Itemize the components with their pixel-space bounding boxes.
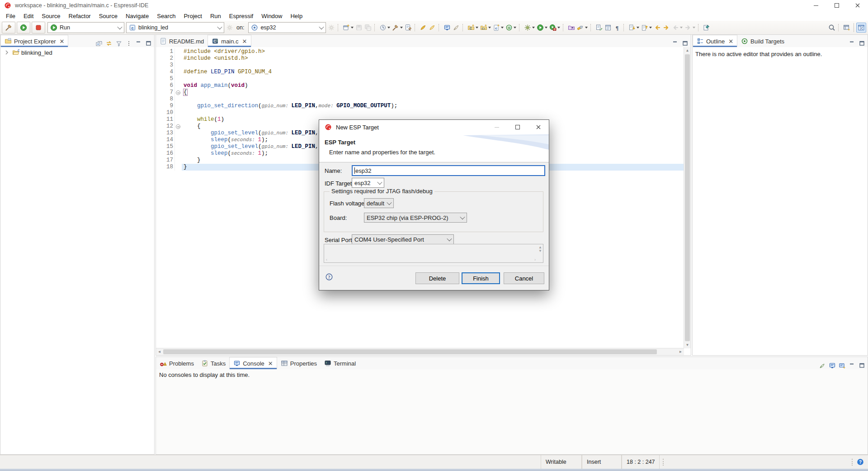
menu-run[interactable]: Run (206, 12, 225, 20)
external-tools-button[interactable] (523, 22, 536, 33)
line-number[interactable]: 2 (160, 55, 173, 62)
fold-column[interactable] (175, 96, 182, 103)
tab-problems[interactable]: Problems (156, 357, 198, 369)
tab-console[interactable]: Console✕ (229, 357, 277, 369)
finish-button[interactable]: Finish (462, 272, 500, 284)
display-console-icon[interactable] (829, 362, 836, 369)
search-flashlight-button[interactable] (576, 22, 589, 33)
dialog-maximize-button[interactable] (507, 122, 528, 133)
doc-outline-button[interactable] (604, 22, 613, 33)
dropdown-caret-icon[interactable] (532, 27, 535, 29)
line-number[interactable]: 9 (160, 103, 173, 109)
annotation-ruler[interactable] (156, 48, 160, 55)
line-number[interactable]: 16 (160, 150, 173, 157)
scrollbar-thumb[interactable] (163, 349, 657, 354)
open-element-button[interactable] (567, 22, 576, 33)
doc-sync-button[interactable] (594, 22, 604, 33)
fold-column[interactable] (175, 109, 182, 116)
close-icon[interactable]: ✕ (59, 38, 64, 45)
annotation-ruler[interactable] (156, 103, 160, 109)
cancel-button[interactable]: Cancel (504, 272, 544, 284)
code-text[interactable] (182, 76, 684, 82)
fold-column[interactable] (175, 82, 182, 89)
open-perspective-button[interactable] (842, 22, 851, 33)
menu-espressif[interactable]: Espressif (225, 12, 257, 20)
annotation-ruler[interactable] (156, 96, 160, 103)
run-toolbar-button[interactable] (536, 22, 548, 33)
code-line-10[interactable]: 10 (156, 109, 684, 116)
code-line-1[interactable]: 1#include <driver/gpio.h> (156, 48, 684, 55)
flash-voltage-combo[interactable]: default (364, 198, 394, 208)
menu-help[interactable]: Help (286, 12, 307, 20)
scroll-up-arrow[interactable]: ▲▼ (538, 246, 542, 253)
scroll-left-arrow[interactable]: ‹ (326, 257, 327, 262)
fold-column[interactable] (175, 116, 182, 123)
scrollbar-thumb[interactable] (685, 54, 690, 341)
scroll-right-arrow[interactable]: ► (677, 348, 684, 355)
annotation-ruler[interactable] (156, 76, 160, 82)
dropdown-caret-icon[interactable] (400, 27, 403, 29)
fold-column[interactable] (175, 137, 182, 143)
annotation-ruler[interactable] (156, 62, 160, 69)
collapse-all-icon[interactable] (95, 40, 103, 47)
menu-source-2[interactable]: Source (95, 12, 122, 20)
fold-column[interactable] (175, 69, 182, 76)
dropdown-caret-icon[interactable] (557, 27, 560, 29)
fold-column[interactable] (175, 89, 182, 96)
fold-collapse-icon[interactable] (176, 90, 180, 95)
window-maximize-button[interactable] (826, 0, 847, 11)
new-c-file-button[interactable]: c (492, 22, 505, 33)
fold-collapse-icon[interactable] (176, 124, 180, 129)
fold-column[interactable] (175, 103, 182, 109)
profile-button[interactable] (548, 22, 561, 33)
open-type-gold2-button[interactable] (428, 22, 437, 33)
minimize-icon[interactable] (849, 362, 856, 369)
console-blue-button[interactable] (443, 22, 452, 33)
filter-icon[interactable] (115, 40, 123, 47)
line-number[interactable]: 5 (160, 76, 173, 82)
dropdown-caret-icon[interactable] (501, 27, 504, 29)
next-annotation-button[interactable] (627, 22, 640, 33)
open-console-icon[interactable] (839, 362, 846, 369)
dropdown-caret-icon[interactable] (693, 27, 695, 29)
line-number[interactable]: 3 (160, 62, 173, 69)
close-icon[interactable]: ✕ (242, 38, 247, 45)
dropdown-caret-icon[interactable] (680, 27, 683, 29)
minimize-view-button[interactable] (849, 40, 856, 47)
generator-green-button[interactable]: G (505, 22, 517, 33)
quill-button[interactable] (452, 22, 461, 33)
fold-column[interactable] (175, 55, 182, 62)
annotation-ruler[interactable] (156, 69, 160, 76)
build-file-button[interactable] (404, 22, 413, 33)
search-button[interactable] (827, 22, 836, 33)
line-number[interactable]: 15 (160, 143, 173, 150)
line-number[interactable]: 1 (160, 48, 173, 55)
dialog-titlebar[interactable]: New ESP Target (319, 120, 549, 134)
dropdown-caret-icon[interactable] (351, 27, 354, 29)
line-number[interactable]: 4 (160, 69, 173, 76)
line-number[interactable]: 18 (160, 164, 173, 171)
scroll-right-arrow[interactable]: › (534, 257, 536, 262)
skip-breakpoints-button[interactable] (378, 22, 391, 33)
menu-project[interactable]: Project (179, 12, 206, 20)
close-icon[interactable]: ✕ (268, 360, 273, 367)
build-button[interactable] (2, 22, 15, 33)
annotation-ruler[interactable] (156, 116, 160, 123)
stop-button[interactable] (32, 22, 45, 33)
tab-project-explorer[interactable]: Project Explorer ✕ (0, 35, 68, 47)
annotation-ruler[interactable] (156, 55, 160, 62)
dropdown-caret-icon[interactable] (649, 27, 652, 29)
tab-outline[interactable]: Outline ✕ (693, 35, 737, 47)
line-number[interactable]: 7 (160, 89, 173, 96)
menu-source[interactable]: Source (38, 12, 64, 20)
annotation-ruler[interactable] (156, 130, 160, 137)
code-line-6[interactable]: 6void app_main(void) (156, 82, 684, 89)
expand-chevron-icon[interactable] (3, 49, 10, 56)
new-cpp-project-button[interactable]: C+ (479, 22, 492, 33)
editor-tab-main-c[interactable]: Cmain.c✕ (208, 35, 251, 47)
tree-item-blinking-led[interactable]: C blinking_led (0, 47, 154, 56)
prev-annotation-button[interactable] (640, 22, 653, 33)
code-text[interactable] (182, 62, 684, 69)
dropdown-caret-icon[interactable] (514, 27, 516, 29)
window-minimize-button[interactable] (806, 0, 826, 11)
